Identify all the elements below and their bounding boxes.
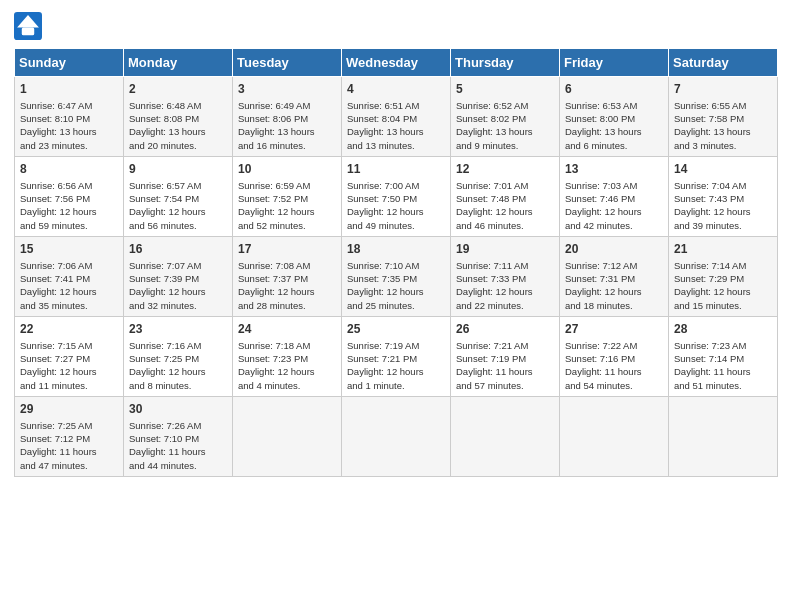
calendar-week-row: 8Sunrise: 6:56 AMSunset: 7:56 PMDaylight…: [15, 157, 778, 237]
calendar-cell: [560, 397, 669, 477]
day-info-line: and 39 minutes.: [674, 219, 773, 232]
day-info-line: and 35 minutes.: [20, 299, 119, 312]
weekday-header-thursday: Thursday: [451, 49, 560, 77]
day-info-line: Sunrise: 6:48 AM: [129, 99, 228, 112]
day-info-line: Daylight: 12 hours: [238, 205, 337, 218]
calendar-cell: [669, 397, 778, 477]
day-info-line: Sunrise: 6:52 AM: [456, 99, 555, 112]
calendar-cell: 11Sunrise: 7:00 AMSunset: 7:50 PMDayligh…: [342, 157, 451, 237]
logo-icon: [14, 12, 42, 40]
day-number: 3: [238, 81, 337, 98]
day-number: 30: [129, 401, 228, 418]
calendar-week-row: 29Sunrise: 7:25 AMSunset: 7:12 PMDayligh…: [15, 397, 778, 477]
day-info-line: and 28 minutes.: [238, 299, 337, 312]
day-number: 17: [238, 241, 337, 258]
calendar-cell: [233, 397, 342, 477]
day-info-line: Sunrise: 6:55 AM: [674, 99, 773, 112]
calendar-cell: 4Sunrise: 6:51 AMSunset: 8:04 PMDaylight…: [342, 77, 451, 157]
calendar-cell: 27Sunrise: 7:22 AMSunset: 7:16 PMDayligh…: [560, 317, 669, 397]
calendar-cell: 23Sunrise: 7:16 AMSunset: 7:25 PMDayligh…: [124, 317, 233, 397]
day-number: 24: [238, 321, 337, 338]
day-info-line: Daylight: 12 hours: [20, 285, 119, 298]
day-info-line: Sunrise: 7:10 AM: [347, 259, 446, 272]
day-info-line: Sunrise: 7:11 AM: [456, 259, 555, 272]
day-info-line: Daylight: 11 hours: [565, 365, 664, 378]
day-info-line: and 52 minutes.: [238, 219, 337, 232]
day-info-line: and 22 minutes.: [456, 299, 555, 312]
day-info-line: and 44 minutes.: [129, 459, 228, 472]
day-info-line: Daylight: 13 hours: [347, 125, 446, 138]
day-info-line: Sunset: 8:02 PM: [456, 112, 555, 125]
logo: [14, 12, 46, 40]
calendar-cell: 3Sunrise: 6:49 AMSunset: 8:06 PMDaylight…: [233, 77, 342, 157]
day-info-line: Sunrise: 7:26 AM: [129, 419, 228, 432]
day-info-line: Daylight: 11 hours: [129, 445, 228, 458]
day-info-line: Sunrise: 6:57 AM: [129, 179, 228, 192]
day-info-line: Sunrise: 6:59 AM: [238, 179, 337, 192]
day-info-line: and 9 minutes.: [456, 139, 555, 152]
day-info-line: Sunset: 7:31 PM: [565, 272, 664, 285]
calendar-table: SundayMondayTuesdayWednesdayThursdayFrid…: [14, 48, 778, 477]
day-number: 12: [456, 161, 555, 178]
day-info-line: Sunrise: 7:16 AM: [129, 339, 228, 352]
calendar-cell: 30Sunrise: 7:26 AMSunset: 7:10 PMDayligh…: [124, 397, 233, 477]
day-info-line: Daylight: 12 hours: [456, 205, 555, 218]
day-number: 13: [565, 161, 664, 178]
day-info-line: Sunrise: 6:47 AM: [20, 99, 119, 112]
day-info-line: Sunrise: 7:07 AM: [129, 259, 228, 272]
day-info-line: Sunrise: 7:22 AM: [565, 339, 664, 352]
day-info-line: Sunrise: 6:56 AM: [20, 179, 119, 192]
svg-rect-2: [22, 28, 34, 36]
calendar-cell: 17Sunrise: 7:08 AMSunset: 7:37 PMDayligh…: [233, 237, 342, 317]
calendar-cell: 29Sunrise: 7:25 AMSunset: 7:12 PMDayligh…: [15, 397, 124, 477]
weekday-header-monday: Monday: [124, 49, 233, 77]
day-info-line: Daylight: 12 hours: [129, 205, 228, 218]
day-info-line: and 20 minutes.: [129, 139, 228, 152]
day-info-line: Sunrise: 7:23 AM: [674, 339, 773, 352]
day-info-line: Sunset: 8:06 PM: [238, 112, 337, 125]
day-number: 27: [565, 321, 664, 338]
day-info-line: Sunset: 7:35 PM: [347, 272, 446, 285]
day-info-line: Sunset: 7:41 PM: [20, 272, 119, 285]
day-info-line: and 57 minutes.: [456, 379, 555, 392]
calendar-cell: 25Sunrise: 7:19 AMSunset: 7:21 PMDayligh…: [342, 317, 451, 397]
day-info-line: Sunset: 7:56 PM: [20, 192, 119, 205]
calendar-cell: 6Sunrise: 6:53 AMSunset: 8:00 PMDaylight…: [560, 77, 669, 157]
day-number: 29: [20, 401, 119, 418]
day-info-line: Sunset: 7:58 PM: [674, 112, 773, 125]
day-info-line: Sunset: 7:50 PM: [347, 192, 446, 205]
day-info-line: Sunset: 7:16 PM: [565, 352, 664, 365]
day-info-line: Daylight: 12 hours: [347, 365, 446, 378]
calendar-cell: 18Sunrise: 7:10 AMSunset: 7:35 PMDayligh…: [342, 237, 451, 317]
day-info-line: Sunset: 7:46 PM: [565, 192, 664, 205]
day-info-line: and 4 minutes.: [238, 379, 337, 392]
calendar-cell: 24Sunrise: 7:18 AMSunset: 7:23 PMDayligh…: [233, 317, 342, 397]
day-info-line: Daylight: 12 hours: [347, 205, 446, 218]
day-number: 8: [20, 161, 119, 178]
day-number: 6: [565, 81, 664, 98]
day-info-line: Daylight: 11 hours: [674, 365, 773, 378]
day-info-line: Sunrise: 6:49 AM: [238, 99, 337, 112]
day-number: 23: [129, 321, 228, 338]
day-info-line: Daylight: 12 hours: [129, 285, 228, 298]
day-number: 28: [674, 321, 773, 338]
day-number: 25: [347, 321, 446, 338]
day-info-line: Sunrise: 7:06 AM: [20, 259, 119, 272]
day-info-line: Daylight: 13 hours: [674, 125, 773, 138]
day-number: 11: [347, 161, 446, 178]
calendar-cell: 1Sunrise: 6:47 AMSunset: 8:10 PMDaylight…: [15, 77, 124, 157]
day-info-line: Daylight: 13 hours: [456, 125, 555, 138]
calendar-cell: 8Sunrise: 6:56 AMSunset: 7:56 PMDaylight…: [15, 157, 124, 237]
calendar-cell: 7Sunrise: 6:55 AMSunset: 7:58 PMDaylight…: [669, 77, 778, 157]
day-info-line: and 15 minutes.: [674, 299, 773, 312]
calendar-cell: 2Sunrise: 6:48 AMSunset: 8:08 PMDaylight…: [124, 77, 233, 157]
day-info-line: Sunset: 8:08 PM: [129, 112, 228, 125]
day-info-line: and 6 minutes.: [565, 139, 664, 152]
day-info-line: Sunrise: 7:15 AM: [20, 339, 119, 352]
day-info-line: and 32 minutes.: [129, 299, 228, 312]
day-info-line: and 56 minutes.: [129, 219, 228, 232]
day-info-line: and 47 minutes.: [20, 459, 119, 472]
day-info-line: Sunset: 7:48 PM: [456, 192, 555, 205]
day-info-line: Sunrise: 7:01 AM: [456, 179, 555, 192]
day-info-line: Sunset: 7:37 PM: [238, 272, 337, 285]
